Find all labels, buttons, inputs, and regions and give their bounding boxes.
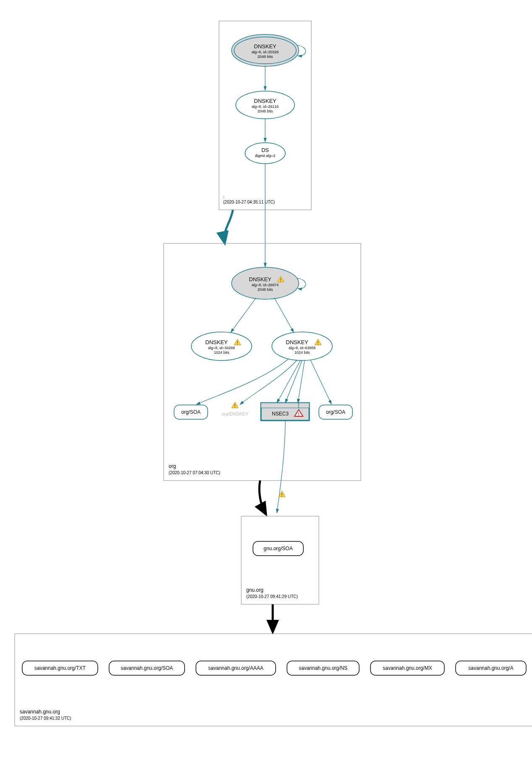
savannah-a-node[interactable]: savannah.gnu.org/A xyxy=(456,661,526,675)
org-zsk1-title: DNSKEY xyxy=(205,339,228,345)
org-zsk1-node[interactable]: DNSKEY alg=8, id=34266 1024 bits xyxy=(191,332,252,360)
svg-text:!: ! xyxy=(298,412,300,417)
savannah-mx-node[interactable]: savannah.gnu.org/MX xyxy=(370,661,444,675)
org-zsk1-sub2: 1024 bits xyxy=(214,350,229,355)
org-ksk-node[interactable]: DNSKEY alg=8, id=26974 2048 bits xyxy=(232,267,299,299)
savannah-mx-title: savannah.gnu.org/MX xyxy=(383,665,432,671)
zone-savannah-name: savannah.gnu.org xyxy=(20,709,60,715)
root-ksk-node[interactable]: DNSKEY alg=8, id=20326 2048 bits xyxy=(232,34,299,66)
org-soa2-node[interactable]: org/SOA xyxy=(319,405,352,419)
org-zsk2-sub1: alg=8, id=63858 xyxy=(289,346,316,350)
root-ds-sub1: digest alg=2 xyxy=(255,154,276,158)
org-soa2-title: org/SOA xyxy=(326,409,345,415)
gnu-soa-node[interactable]: gnu.org/SOA xyxy=(253,541,303,556)
zone-gnu-ts: (2020-10-27 09:41:29 UTC) xyxy=(246,594,298,599)
edge-zsk2-nsec3-2 xyxy=(285,360,302,403)
root-zsk-title: DNSKEY xyxy=(254,98,276,104)
savannah-aaaa-node[interactable]: savannah.gnu.org/AAAA xyxy=(196,661,276,675)
svg-text:!: ! xyxy=(237,341,238,345)
svg-rect-13 xyxy=(261,403,299,408)
zone-org-name: org xyxy=(169,463,176,469)
savannah-soa-title: savannah.gnu.org/SOA xyxy=(121,665,173,671)
zone-root-ts: (2020-10-27 04:35:11 UTC) xyxy=(223,200,275,204)
org-zsk2-title: DNSKEY xyxy=(286,339,308,345)
org-nsec3-title: NSEC3 xyxy=(272,411,289,417)
edge-zsk2-soa1 xyxy=(196,359,289,405)
svg-point-3 xyxy=(245,143,285,164)
org-ghost-dnskey: org/DNSKEY xyxy=(222,411,249,416)
org-nsec3-node[interactable]: NSEC3 xyxy=(261,403,309,421)
savannah-ns-node[interactable]: savannah.gnu.org/NS xyxy=(287,661,359,675)
savannah-txt-title: savannah.gnu.org/TXT xyxy=(34,665,86,671)
edge-zsk2-soa2 xyxy=(310,360,331,404)
org-ksk-sub1: alg=8, id=26974 xyxy=(252,283,279,287)
root-zsk-sub1: alg=8, id=26116 xyxy=(252,104,279,109)
zone-gnu-name: gnu.org xyxy=(246,587,263,593)
org-ksk-title: DNSKEY xyxy=(249,276,271,282)
zone-savannah-ts: (2020-10-27 09:41:32 UTC) xyxy=(20,716,71,721)
edge-org-to-gnu-thick xyxy=(259,481,265,513)
edge-orgksk-zsk2 xyxy=(274,298,294,332)
savannah-soa-node[interactable]: savannah.gnu.org/SOA xyxy=(109,661,185,675)
savannah-aaaa-title: savannah.gnu.org/AAAA xyxy=(208,665,263,671)
root-ksk-sub1: alg=8, id=20326 xyxy=(252,50,279,54)
org-ksk-sub2: 2048 bits xyxy=(258,287,273,292)
org-zsk2-sub2: 1024 bits xyxy=(295,350,310,355)
root-ksk-title: DNSKEY xyxy=(254,43,276,50)
gnu-soa-title: gnu.org/SOA xyxy=(263,546,292,551)
savannah-a-title: savannah.gnu.org/A xyxy=(468,665,513,671)
org-soa1-title: org/SOA xyxy=(181,409,201,415)
org-zsk1-sub1: alg=8, id=34266 xyxy=(208,346,235,350)
zone-savannah-box xyxy=(15,634,532,726)
root-zsk-sub2: 2048 bits xyxy=(258,109,273,113)
root-ds-title: DS xyxy=(261,147,269,153)
savannah-txt-node[interactable]: savannah.gnu.org/TXT xyxy=(22,661,98,675)
savannah-ns-title: savannah.gnu.org/NS xyxy=(299,665,347,671)
edge-nsec3-to-gnu xyxy=(277,421,285,513)
org-soa1-node[interactable]: org/SOA xyxy=(174,405,208,419)
org-zsk2-node[interactable]: DNSKEY alg=8, id=63858 1024 bits xyxy=(272,332,332,360)
zone-org-ts: (2020-10-27 07:04:30 UTC) xyxy=(169,470,220,475)
svg-text:!: ! xyxy=(281,493,282,497)
edge-zsk2-nsec3-1 xyxy=(277,360,300,403)
dnssec-diagram: DNSKEY alg=8, id=20326 2048 bits DNSKEY … xyxy=(8,8,532,773)
root-ds-node[interactable]: DS digest alg=2 xyxy=(245,143,285,164)
svg-text:!: ! xyxy=(234,404,235,408)
svg-rect-14 xyxy=(299,403,309,408)
edge-orgksk-zsk1 xyxy=(231,298,256,332)
zone-root-name: . xyxy=(223,193,224,199)
svg-text:!: ! xyxy=(317,341,318,345)
root-ksk-sub2: 2048 bits xyxy=(258,55,273,59)
edge-zsk2-nsec3-3 xyxy=(298,360,305,403)
svg-text:!: ! xyxy=(280,278,281,282)
edge-root-to-org-thick xyxy=(224,210,233,242)
root-zsk-node[interactable]: DNSKEY alg=8, id=26116 2048 bits xyxy=(236,91,295,119)
warning-icon: ! xyxy=(232,402,238,408)
